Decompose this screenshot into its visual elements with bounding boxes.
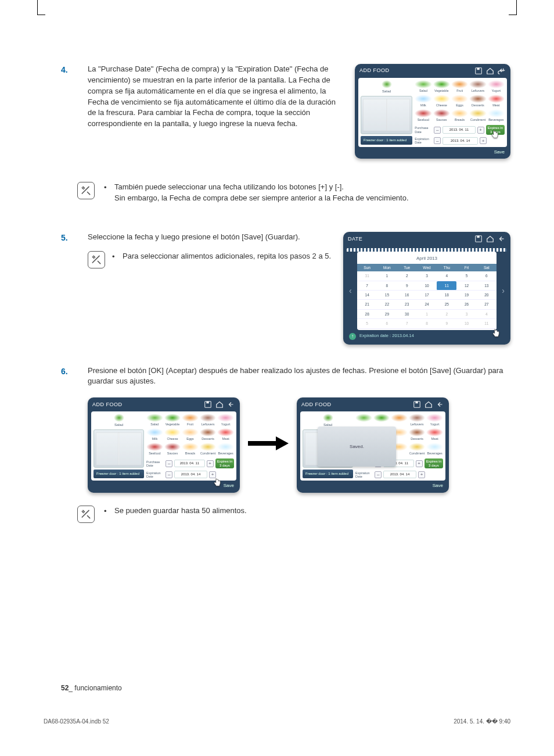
food-item[interactable]: Salad bbox=[415, 80, 431, 94]
calendar-day[interactable]: 12 bbox=[456, 281, 476, 291]
food-item[interactable]: Breads bbox=[451, 109, 468, 123]
food-item[interactable]: Meat bbox=[217, 428, 234, 442]
save-disk-icon[interactable] bbox=[413, 400, 421, 409]
home-icon[interactable] bbox=[425, 400, 433, 409]
food-item[interactable]: Milk bbox=[146, 428, 163, 442]
selected-food-chip[interactable]: Salad bbox=[303, 414, 353, 428]
back-icon[interactable] bbox=[436, 400, 444, 409]
calendar-day[interactable]: 6 bbox=[477, 271, 497, 281]
calendar-day[interactable]: 5 bbox=[456, 271, 476, 281]
save-disk-icon[interactable] bbox=[474, 67, 483, 75]
calendar-day[interactable]: 28 bbox=[357, 310, 377, 319]
calendar-day[interactable]: 4 bbox=[437, 271, 456, 281]
food-item[interactable]: Sauces bbox=[164, 443, 181, 456]
increment-button[interactable]: + bbox=[207, 460, 214, 467]
mock-footer-save[interactable]: Save bbox=[88, 481, 240, 493]
mock-footer-save[interactable]: Save bbox=[355, 147, 510, 159]
decrement-button[interactable]: – bbox=[166, 460, 172, 467]
food-item[interactable]: Beverages bbox=[426, 443, 443, 456]
back-icon[interactable] bbox=[498, 67, 506, 75]
increment-button[interactable]: + bbox=[480, 137, 487, 144]
next-month-button[interactable]: › bbox=[502, 285, 505, 296]
calendar-day[interactable]: 14 bbox=[357, 291, 377, 300]
food-item[interactable]: Desserts bbox=[200, 428, 217, 442]
calendar-day[interactable]: 8 bbox=[377, 281, 397, 291]
food-item[interactable]: Meat bbox=[488, 95, 505, 108]
calendar-day[interactable]: 18 bbox=[437, 291, 456, 300]
calendar-day[interactable]: 22 bbox=[377, 300, 397, 309]
calendar-day[interactable]: 1 bbox=[377, 271, 397, 281]
prev-month-button[interactable]: ‹ bbox=[349, 285, 352, 296]
selected-food-chip[interactable]: Salad bbox=[361, 80, 412, 94]
expiration-date-value[interactable]: 2013. 04. 14 bbox=[174, 471, 207, 478]
food-item[interactable]: Leftovers bbox=[200, 414, 217, 427]
save-disk-icon[interactable] bbox=[204, 400, 212, 409]
calendar-day[interactable]: 16 bbox=[397, 291, 417, 300]
food-item[interactable]: Beverages bbox=[488, 109, 505, 123]
home-icon[interactable] bbox=[486, 67, 494, 75]
food-item[interactable]: Cheese bbox=[164, 428, 181, 442]
increment-button[interactable]: + bbox=[418, 471, 425, 478]
calendar-day[interactable]: 13 bbox=[477, 281, 497, 291]
calendar-day[interactable]: 11 bbox=[437, 281, 456, 291]
food-item[interactable]: Eggs bbox=[182, 428, 199, 442]
food-item[interactable]: Seafood bbox=[415, 109, 431, 123]
calendar-day[interactable]: 27 bbox=[477, 300, 497, 309]
food-item[interactable]: Desserts bbox=[409, 428, 426, 442]
food-item[interactable]: Condiment bbox=[409, 443, 426, 456]
purchase-date-value[interactable]: 2013. 04. 11 bbox=[443, 126, 475, 134]
expiration-date-value[interactable]: 2013. 04. 14 bbox=[443, 137, 478, 145]
food-item[interactable]: Yogurt bbox=[426, 414, 443, 427]
calendar-day[interactable]: 30 bbox=[397, 310, 417, 319]
food-item[interactable]: Fruit bbox=[451, 80, 468, 94]
food-item[interactable]: Yogurt bbox=[488, 80, 505, 94]
food-item[interactable]: Beverages bbox=[217, 443, 234, 456]
save-disk-icon[interactable] bbox=[474, 235, 483, 243]
decrement-button[interactable]: – bbox=[375, 471, 382, 478]
selected-food-chip[interactable]: Salad bbox=[93, 414, 144, 428]
food-item[interactable]: Yogurt bbox=[217, 414, 234, 427]
calendar-day[interactable]: 24 bbox=[417, 300, 437, 309]
back-icon[interactable] bbox=[498, 235, 506, 243]
decrement-button[interactable]: – bbox=[434, 137, 441, 144]
calendar-day[interactable]: 25 bbox=[437, 300, 456, 309]
calendar-day[interactable]: 26 bbox=[456, 300, 476, 309]
food-item[interactable]: Cheese bbox=[433, 95, 450, 108]
food-item[interactable]: Leftovers bbox=[469, 80, 486, 94]
food-item[interactable]: Desserts bbox=[469, 95, 486, 108]
mock-footer-save[interactable]: Save bbox=[297, 481, 449, 493]
food-item[interactable]: Vegetable bbox=[433, 80, 450, 94]
calendar-day[interactable]: 23 bbox=[397, 300, 417, 309]
expiration-date-value[interactable]: 2013. 04. 14 bbox=[383, 471, 416, 478]
calendar-day[interactable]: 10 bbox=[417, 281, 437, 291]
calendar-day[interactable]: 29 bbox=[377, 310, 397, 319]
calendar-day[interactable]: 7 bbox=[357, 281, 377, 291]
food-item[interactable]: Eggs bbox=[451, 95, 468, 108]
food-item[interactable]: Seafood bbox=[146, 443, 163, 456]
calendar-day[interactable]: 2 bbox=[397, 271, 417, 281]
calendar-day[interactable]: 3 bbox=[417, 271, 437, 281]
calendar-day[interactable]: 9 bbox=[397, 281, 417, 291]
calendar-day[interactable]: 20 bbox=[477, 291, 497, 300]
home-icon[interactable] bbox=[486, 235, 494, 243]
food-item[interactable]: Condiment bbox=[200, 443, 217, 456]
food-item[interactable]: Sauces bbox=[433, 109, 450, 123]
food-item[interactable]: Leftovers bbox=[409, 414, 426, 427]
food-item[interactable]: Breads bbox=[182, 443, 199, 456]
increment-button[interactable]: + bbox=[209, 471, 216, 478]
decrement-button[interactable]: – bbox=[434, 127, 441, 134]
increment-button[interactable]: + bbox=[416, 460, 423, 467]
back-icon[interactable] bbox=[227, 400, 235, 409]
ok-circle-icon[interactable]: ↑ bbox=[349, 333, 356, 340]
food-item[interactable]: Meat bbox=[426, 428, 443, 442]
food-item[interactable]: Condiment bbox=[469, 109, 486, 123]
calendar-day[interactable]: 15 bbox=[377, 291, 397, 300]
food-item[interactable]: Fruit bbox=[182, 414, 199, 427]
food-item[interactable]: Vegetable bbox=[164, 414, 181, 427]
food-item[interactable]: Milk bbox=[415, 95, 431, 108]
decrement-button[interactable]: – bbox=[166, 471, 172, 478]
increment-button[interactable]: + bbox=[477, 127, 484, 134]
calendar-day[interactable]: 19 bbox=[456, 291, 476, 300]
home-icon[interactable] bbox=[215, 400, 224, 409]
food-item[interactable]: Salad bbox=[146, 414, 163, 427]
